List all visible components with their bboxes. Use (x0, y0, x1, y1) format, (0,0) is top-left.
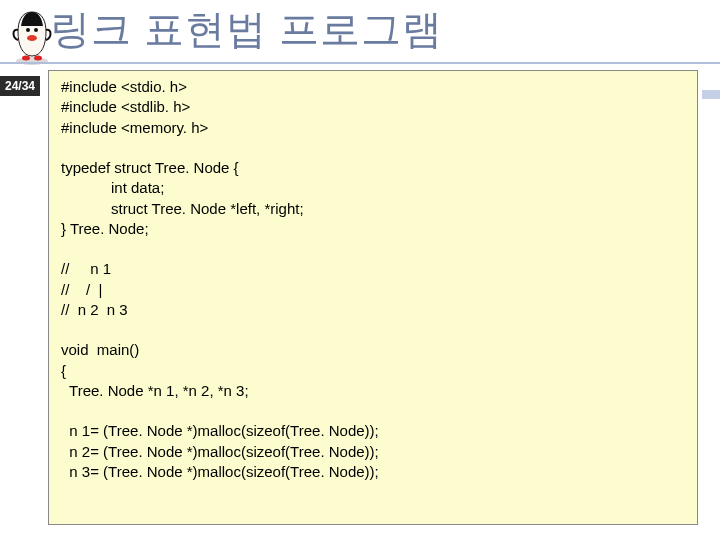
code-block: #include <stdio. h> #include <stdlib. h>… (48, 70, 698, 525)
page-number-badge: 24/34 (0, 76, 40, 96)
svg-point-1 (26, 28, 30, 32)
title-underline (0, 62, 720, 64)
svg-point-3 (27, 35, 37, 41)
duke-logo (10, 8, 54, 66)
svg-point-2 (34, 28, 38, 32)
accent-bar (702, 90, 720, 99)
slide-root: 링크 표현법 프로그램 24/34 #include <stdio. h> #i… (0, 0, 720, 540)
svg-point-4 (22, 56, 30, 61)
svg-point-5 (34, 56, 42, 61)
page-title: 링크 표현법 프로그램 (50, 2, 443, 57)
code-text: #include <stdio. h> #include <stdlib. h>… (61, 78, 379, 480)
